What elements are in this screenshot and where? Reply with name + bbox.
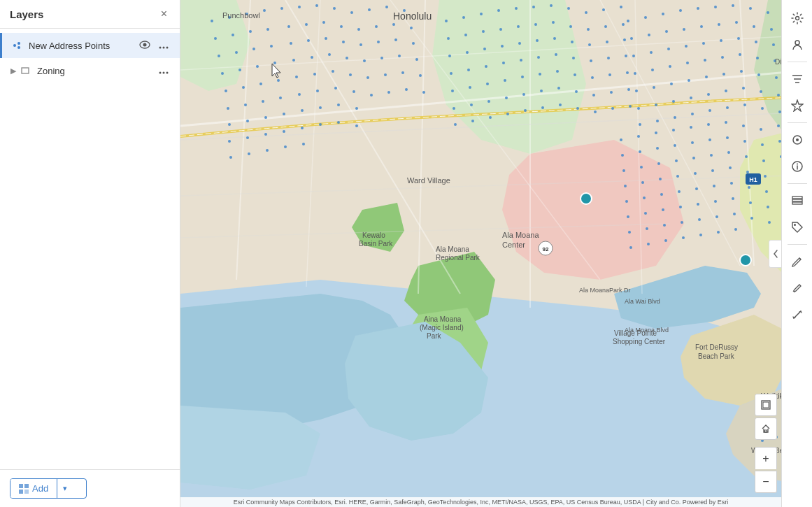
svg-point-69 — [340, 25, 343, 28]
collapse-toolbar-button[interactable] — [769, 240, 781, 268]
svg-point-359 — [749, 201, 752, 204]
zoning-more-button[interactable] — [156, 64, 171, 78]
svg-point-116 — [334, 87, 337, 90]
home-button[interactable] — [755, 417, 777, 440]
svg-text:Ala Moana Blvd: Ala Moana Blvd — [625, 327, 669, 334]
svg-point-424 — [796, 138, 799, 141]
svg-point-283 — [629, 105, 632, 108]
filter-button[interactable] — [785, 66, 810, 92]
right-toolbar — [781, 0, 812, 507]
svg-point-153 — [650, 51, 653, 54]
svg-point-301 — [690, 126, 692, 129]
svg-point-169 — [739, 53, 741, 56]
svg-point-54 — [280, 7, 283, 10]
svg-point-189 — [707, 93, 710, 96]
svg-text:Punchbowl: Punchbowl — [222, 11, 260, 20]
svg-point-309 — [639, 150, 641, 153]
edit-button[interactable] — [785, 249, 810, 274]
svg-point-291 — [355, 124, 358, 127]
measure-button[interactable] — [785, 302, 810, 327]
navigation-controls — [755, 394, 777, 440]
svg-point-217 — [620, 6, 622, 8]
svg-text:Honolulu: Honolulu — [393, 10, 432, 22]
svg-point-271 — [610, 91, 613, 94]
svg-point-83 — [377, 41, 380, 43]
svg-point-306 — [777, 124, 780, 127]
layer-visibility-button[interactable] — [136, 38, 153, 52]
layer-item-new-address-points[interactable]: New Address Points — [0, 33, 180, 58]
svg-point-166 — [686, 62, 689, 64]
svg-point-146 — [718, 23, 720, 26]
svg-point-353 — [644, 212, 647, 215]
svg-point-286 — [264, 133, 267, 136]
svg-point-297 — [620, 138, 622, 141]
draw-button[interactable] — [785, 276, 810, 301]
svg-point-117 — [352, 90, 355, 93]
layer-more-button[interactable] — [156, 38, 171, 52]
svg-point-193 — [777, 94, 780, 97]
svg-point-210 — [497, 9, 500, 12]
svg-point-128 — [337, 103, 340, 106]
svg-text:Ala Moana: Ala Moana — [436, 245, 469, 253]
svg-point-67 — [305, 23, 308, 26]
svg-point-247 — [572, 57, 575, 59]
svg-point-281 — [594, 110, 597, 113]
svg-point-294 — [266, 149, 269, 152]
svg-point-56 — [315, 4, 318, 7]
layer-item-zoning[interactable]: ▶ Zoning — [0, 58, 180, 83]
svg-point-180 — [740, 70, 743, 73]
add-feature-button[interactable] — [785, 93, 810, 118]
svg-point-165 — [669, 65, 671, 68]
svg-point-239 — [623, 38, 626, 41]
svg-point-10 — [163, 72, 165, 74]
info-button[interactable] — [785, 154, 810, 179]
svg-point-102 — [295, 76, 298, 78]
svg-point-295 — [284, 145, 287, 148]
zoom-out-button[interactable]: − — [755, 471, 777, 493]
map-area[interactable]: H1 92 — [180, 0, 812, 507]
svg-point-104 — [332, 70, 334, 73]
list-button[interactable] — [785, 188, 810, 213]
svg-point-81 — [342, 41, 345, 43]
svg-point-70 — [357, 28, 360, 31]
svg-point-338 — [764, 175, 767, 178]
fullscreen-button[interactable] — [755, 394, 777, 416]
svg-point-200 — [708, 109, 711, 112]
zoom-in-button[interactable]: + — [755, 447, 777, 469]
add-layer-button[interactable]: Add — [10, 479, 57, 498]
sidebar-header: Layers × — [0, 0, 180, 29]
svg-point-336 — [729, 166, 732, 169]
close-button[interactable]: × — [158, 7, 170, 21]
svg-point-358 — [732, 197, 734, 200]
svg-point-134 — [697, 7, 699, 10]
svg-point-119 — [387, 91, 390, 94]
svg-point-270 — [592, 94, 595, 97]
svg-point-109 — [419, 74, 422, 77]
select-button[interactable] — [785, 127, 810, 152]
svg-point-136 — [732, 4, 734, 7]
svg-point-354 — [662, 208, 664, 211]
svg-point-174 — [635, 90, 638, 92]
svg-point-60 — [385, 6, 388, 8]
add-dropdown-button[interactable]: ▾ — [57, 479, 73, 498]
svg-point-366 — [681, 221, 683, 224]
svg-point-256 — [539, 73, 541, 76]
svg-point-78 — [290, 42, 292, 45]
settings-button[interactable] — [785, 6, 810, 31]
svg-point-352 — [627, 215, 629, 218]
sidebar-title: Layers — [10, 8, 43, 20]
svg-point-305 — [760, 128, 762, 131]
svg-point-232 — [501, 45, 504, 48]
svg-point-244 — [520, 59, 522, 62]
svg-point-268 — [557, 87, 560, 90]
svg-point-223 — [534, 23, 537, 26]
svg-rect-8 — [22, 68, 29, 73]
svg-point-257 — [556, 70, 559, 73]
svg-point-277 — [524, 109, 527, 112]
svg-point-296 — [302, 143, 305, 145]
layer-type-icon — [10, 39, 23, 52]
svg-point-130 — [627, 20, 629, 22]
user-button[interactable] — [785, 32, 810, 57]
svg-point-284 — [228, 140, 231, 143]
tag-button[interactable] — [785, 215, 810, 240]
